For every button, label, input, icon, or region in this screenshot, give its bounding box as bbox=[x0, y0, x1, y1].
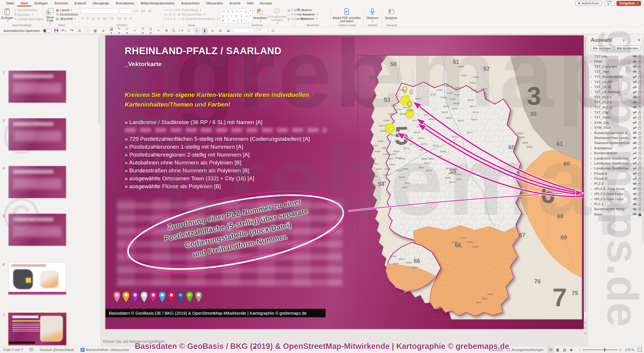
lock-open-icon[interactable] bbox=[637, 181, 642, 186]
expand-chevron-icon[interactable]: › bbox=[591, 126, 594, 129]
layer-label[interactable]: Landkreise-Stadtkreise RP bbox=[594, 157, 632, 160]
move-icon[interactable]: ✥ bbox=[164, 28, 169, 33]
expand-chevron-icon[interactable]: › bbox=[591, 192, 594, 196]
layer-label[interactable]: SYM_City bbox=[594, 121, 632, 124]
display-settings-button[interactable]: 🗔Anzeigeeinstellungen bbox=[507, 348, 544, 352]
visibility-on-icon[interactable] bbox=[632, 106, 637, 109]
tab-animationen[interactable]: Animationen bbox=[112, 0, 138, 6]
visibility-on-icon[interactable] bbox=[632, 131, 637, 134]
tab-entwurf[interactable]: Entwurf bbox=[71, 0, 89, 6]
align-icons[interactable]: ≡ ≡ ≡ ≣ bbox=[165, 17, 177, 20]
layer-label[interactable]: TXT_Titel bbox=[594, 70, 632, 73]
notes-placeholder[interactable]: Klicken Sie, um Notizen hinzuzufügen bbox=[103, 340, 165, 344]
lock-open-icon[interactable] bbox=[637, 126, 642, 130]
previous-slide-button[interactable]: ∧ bbox=[584, 321, 587, 325]
expand-chevron-icon[interactable]: › bbox=[591, 167, 594, 170]
dialog-launcher-icon[interactable]: ⌟ bbox=[217, 24, 218, 27]
lock-open-icon[interactable] bbox=[637, 131, 642, 135]
reset-button[interactable]: ⟲Zurücksetzen bbox=[56, 13, 78, 16]
textbox-icon[interactable]: A bbox=[194, 28, 199, 33]
lock-open-icon[interactable] bbox=[637, 90, 642, 94]
layer-row[interactable]: ›TXT_PLZ-2 bbox=[591, 100, 642, 105]
shape-icon[interactable]: ▱ ▾ bbox=[124, 26, 130, 35]
tab-datei[interactable]: Datei bbox=[3, 0, 17, 6]
find-button[interactable]: Suchen bbox=[297, 8, 318, 12]
lock-open-icon[interactable] bbox=[637, 110, 642, 114]
tab-hilfe[interactable]: Hilfe bbox=[244, 0, 257, 6]
visibility-off-icon[interactable] bbox=[632, 152, 637, 155]
lock-open-icon[interactable] bbox=[637, 172, 642, 176]
hide-all-button[interactable]: Alle ausblenden bbox=[615, 46, 641, 51]
visibility-on-icon[interactable] bbox=[632, 197, 637, 201]
lock-open-icon[interactable] bbox=[637, 80, 642, 84]
expand-chevron-icon[interactable]: › bbox=[591, 60, 594, 63]
next-slide-button[interactable]: ∨ bbox=[584, 326, 587, 330]
visibility-off-icon[interactable] bbox=[632, 75, 637, 78]
lock-open-icon[interactable] bbox=[637, 202, 642, 206]
layer-label[interactable]: Basis bbox=[594, 213, 632, 216]
expand-chevron-icon[interactable]: › bbox=[591, 203, 594, 206]
layer-row[interactable]: Basis bbox=[591, 212, 642, 217]
font-style-button[interactable]: K bbox=[86, 16, 90, 20]
layer-row[interactable]: ›PLZ-1 bbox=[591, 201, 642, 206]
laser-icon[interactable]: ⌖ bbox=[156, 28, 161, 33]
bullet-list-icon[interactable]: ≔ ▾ ≕ ▾ bbox=[165, 8, 177, 12]
layer-label[interactable]: Flüsse A bbox=[594, 172, 632, 175]
lock-open-icon[interactable] bbox=[637, 105, 642, 109]
lock-open-icon[interactable] bbox=[637, 197, 642, 201]
notes-splitter-icon[interactable]: ▼ bbox=[254, 346, 257, 349]
layer-row[interactable]: TXT_Titel bbox=[591, 69, 642, 74]
slideshow-view-button[interactable]: ▶ bbox=[568, 347, 575, 353]
pen-icon[interactable]: ✎ ▾ bbox=[117, 26, 122, 35]
tab-bildschirmpräsentation[interactable]: Bildschirmpräsentation bbox=[138, 0, 178, 6]
layer-row[interactable]: ›TXT_LK Sonstige bbox=[591, 90, 642, 95]
layer-label[interactable]: TXT_PLZ-5 bbox=[594, 106, 632, 109]
layer-label[interactable]: Rheinland-Pfalz Landesgrenze bbox=[594, 136, 632, 140]
expand-chevron-icon[interactable]: › bbox=[591, 182, 594, 185]
tab-start[interactable]: Start bbox=[17, 0, 31, 6]
font-style-button[interactable]: S bbox=[97, 16, 101, 20]
thumbnails-scrollbar[interactable] bbox=[98, 36, 100, 124]
lock-open-icon[interactable] bbox=[637, 192, 642, 196]
font-style-button[interactable]: A bbox=[123, 16, 127, 20]
redo-button[interactable]: ↷ bbox=[69, 28, 74, 33]
dictate-button[interactable]: Diktieren▾ bbox=[365, 7, 380, 23]
qat-combo-size[interactable]: 18 bbox=[257, 28, 268, 33]
bookmarks-icon[interactable]: ⫶⫶ ▾ bbox=[178, 28, 184, 33]
select-button[interactable]: ➣Markieren▾ bbox=[297, 17, 318, 20]
layer-label[interactable]: Landkreise-Stadtkreise Sonstige bbox=[594, 167, 632, 170]
dialog-launcher-icon[interactable]: ⌟ bbox=[162, 24, 163, 27]
comments-button[interactable] bbox=[604, 1, 614, 6]
tab-ansicht[interactable]: Ansicht bbox=[226, 0, 244, 6]
lock-open-icon[interactable] bbox=[637, 95, 642, 99]
ink-icon[interactable]: ✧ bbox=[132, 28, 138, 33]
fit-to-window-icon[interactable] bbox=[638, 348, 642, 352]
pin-row[interactable] bbox=[113, 291, 203, 304]
layer-row[interactable]: ›Flüsse A bbox=[591, 171, 642, 176]
expand-chevron-icon[interactable]: › bbox=[591, 85, 594, 89]
visibility-on-icon[interactable] bbox=[632, 101, 637, 104]
lock-open-icon[interactable] bbox=[637, 100, 642, 104]
create-pdf-button[interactable]: Adobe PDF erstellen und teilen bbox=[332, 7, 361, 23]
visibility-off-icon[interactable] bbox=[632, 167, 637, 170]
layer-row[interactable]: ›TXT_City bbox=[591, 110, 642, 115]
qat-customize-icon[interactable]: ⍗ bbox=[270, 28, 276, 33]
language-status[interactable]: Deutsch (Deutschland) bbox=[40, 348, 74, 352]
format-painter-button[interactable]: ✎Format übertragen bbox=[14, 17, 43, 21]
slide-thumbnail-5[interactable] bbox=[8, 213, 66, 246]
expand-chevron-icon[interactable]: › bbox=[591, 80, 594, 83]
layer-label[interactable]: Bundeslandgrenzen Sonstige bbox=[594, 131, 632, 135]
show-all-button[interactable]: Alle anzeigen bbox=[591, 46, 613, 51]
layer-label[interactable]: TXT_Bundesländer bbox=[594, 75, 632, 78]
expand-chevron-icon[interactable]: › bbox=[591, 157, 594, 160]
layer-row[interactable]: ›#PLZ-5- Zone 5xxxx bbox=[591, 186, 642, 191]
pane-close-icon[interactable]: ✕ bbox=[636, 38, 642, 42]
text-direction-button[interactable]: ⇅Textrichtung▾ bbox=[178, 8, 218, 12]
expand-chevron-icon[interactable]: › bbox=[591, 116, 594, 119]
tab-übergänge[interactable]: Übergänge bbox=[89, 0, 112, 6]
layer-row[interactable]: ›#PLZ-5 Zone 6xxxx bbox=[591, 191, 642, 196]
visibility-off-icon[interactable] bbox=[632, 116, 637, 119]
export-icon[interactable]: ⎙ bbox=[186, 28, 191, 33]
slide-scrollbar[interactable] bbox=[584, 36, 586, 319]
duplicate-icon[interactable]: ⧇ bbox=[101, 28, 106, 33]
